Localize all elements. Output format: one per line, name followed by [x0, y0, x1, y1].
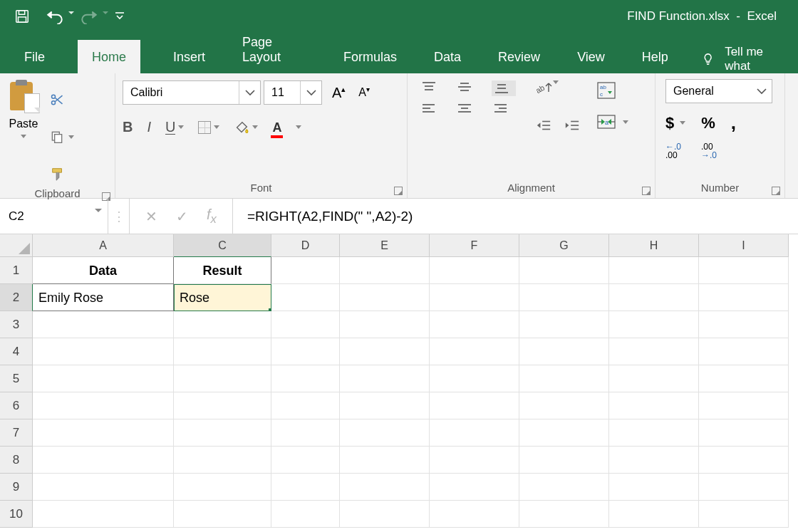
- cell-f5[interactable]: [430, 365, 519, 392]
- cell-d5[interactable]: [271, 365, 340, 392]
- borders-dropdown-icon[interactable]: [214, 125, 219, 129]
- formula-input[interactable]: =RIGHT(A2,FIND(" ",A2)-2): [233, 199, 798, 234]
- align-left-icon[interactable]: [420, 102, 445, 115]
- cell-c5[interactable]: [174, 365, 271, 392]
- copy-dropdown-icon[interactable]: [68, 135, 74, 139]
- align-right-icon[interactable]: [492, 102, 516, 115]
- increase-indent-icon[interactable]: [564, 119, 580, 132]
- bold-button[interactable]: B: [123, 119, 133, 135]
- cell-f8[interactable]: [430, 447, 519, 474]
- fill-color-button[interactable]: [234, 120, 258, 135]
- cell-f10[interactable]: [430, 501, 519, 528]
- cell-c7[interactable]: [174, 419, 271, 447]
- align-middle-icon[interactable]: [456, 80, 480, 96]
- comma-format-button[interactable]: ,: [731, 112, 736, 134]
- col-header-f[interactable]: F: [430, 234, 519, 257]
- orientation-button[interactable]: ab: [536, 80, 580, 108]
- font-launcher-icon[interactable]: [394, 187, 403, 195]
- cell-a9[interactable]: [33, 474, 174, 501]
- cell-c1[interactable]: Result: [174, 257, 271, 284]
- cell-c6[interactable]: [174, 392, 271, 419]
- cell-d4[interactable]: [271, 338, 340, 365]
- cell-d3[interactable]: [271, 311, 340, 338]
- alignment-launcher-icon[interactable]: [642, 187, 651, 195]
- cell-h4[interactable]: [609, 338, 699, 365]
- fill-handle[interactable]: [269, 308, 271, 311]
- cell-i3[interactable]: [699, 311, 789, 338]
- increase-decimal-icon[interactable]: ←.0.00: [665, 142, 681, 160]
- font-size-combo[interactable]: 11: [264, 80, 322, 105]
- cell-f6[interactable]: [430, 392, 519, 419]
- col-header-i[interactable]: I: [699, 234, 789, 257]
- cell-d10[interactable]: [271, 501, 340, 528]
- align-top-icon[interactable]: [420, 80, 445, 96]
- cell-d1[interactable]: [271, 257, 340, 284]
- cell-e3[interactable]: [340, 311, 430, 338]
- col-header-g[interactable]: G: [519, 234, 609, 257]
- italic-button[interactable]: I: [147, 119, 151, 135]
- cell-c10[interactable]: [174, 501, 271, 528]
- accounting-format-button[interactable]: $: [665, 114, 674, 132]
- name-box-dropdown-icon[interactable]: [95, 209, 102, 212]
- cell-a1[interactable]: Data: [33, 257, 174, 284]
- tell-me[interactable]: Tell me what: [701, 45, 784, 73]
- wrap-text-icon[interactable]: abc: [597, 82, 628, 99]
- cell-f9[interactable]: [430, 474, 519, 501]
- font-color-button[interactable]: A: [272, 119, 281, 135]
- align-bottom-icon[interactable]: [492, 80, 516, 96]
- cell-f2[interactable]: [430, 284, 519, 311]
- cell-d9[interactable]: [271, 474, 340, 501]
- cell-h10[interactable]: [609, 501, 699, 528]
- cell-e5[interactable]: [340, 365, 430, 392]
- cell-g9[interactable]: [519, 474, 609, 501]
- cell-c3[interactable]: [174, 311, 271, 338]
- select-all-button[interactable]: [0, 234, 33, 257]
- cell-a8[interactable]: [33, 447, 174, 474]
- font-color-dropdown-icon[interactable]: [296, 125, 301, 129]
- cell-i7[interactable]: [699, 419, 789, 447]
- tab-insert[interactable]: Insert: [169, 40, 209, 73]
- cell-i2[interactable]: [699, 284, 789, 311]
- cell-g1[interactable]: [519, 257, 609, 284]
- tab-help[interactable]: Help: [638, 40, 673, 73]
- decrease-font-icon[interactable]: A▾: [358, 85, 370, 99]
- borders-button[interactable]: [198, 121, 219, 134]
- customize-qat-icon[interactable]: [114, 11, 125, 22]
- cell-i1[interactable]: [699, 257, 789, 284]
- row-header-9[interactable]: 9: [0, 474, 33, 501]
- underline-dropdown-icon[interactable]: [178, 125, 184, 129]
- copy-button[interactable]: [50, 123, 74, 150]
- name-box[interactable]: C2: [0, 199, 108, 234]
- divider-handle[interactable]: ⋮: [108, 199, 130, 234]
- cell-g7[interactable]: [519, 419, 609, 447]
- cell-e1[interactable]: [340, 257, 430, 284]
- cell-g4[interactable]: [519, 338, 609, 365]
- orientation-dropdown-icon[interactable]: [553, 80, 559, 84]
- cell-d2[interactable]: [271, 284, 340, 311]
- tab-view[interactable]: View: [573, 40, 609, 73]
- tab-file[interactable]: File: [20, 40, 49, 73]
- increase-font-icon[interactable]: A▴: [332, 85, 346, 101]
- cell-e8[interactable]: [340, 447, 430, 474]
- cell-e7[interactable]: [340, 419, 430, 447]
- number-format-combo[interactable]: General: [665, 79, 772, 103]
- row-header-2[interactable]: 2: [0, 284, 33, 311]
- cancel-formula-icon[interactable]: ✕: [145, 208, 157, 225]
- cell-h5[interactable]: [609, 365, 699, 392]
- cell-a5[interactable]: [33, 365, 174, 392]
- row-header-8[interactable]: 8: [0, 447, 33, 474]
- underline-button[interactable]: U: [165, 120, 184, 135]
- save-icon[interactable]: [14, 9, 30, 24]
- cell-i9[interactable]: [699, 474, 789, 501]
- chevron-down-icon[interactable]: [300, 81, 321, 104]
- row-header-10[interactable]: 10: [0, 501, 33, 528]
- col-header-d[interactable]: D: [271, 234, 340, 257]
- cut-button[interactable]: [50, 86, 74, 113]
- tab-home[interactable]: Home: [78, 40, 140, 73]
- tab-page-layout[interactable]: Page Layout: [238, 25, 311, 73]
- cell-g6[interactable]: [519, 392, 609, 419]
- cell-e10[interactable]: [340, 501, 430, 528]
- merge-dropdown-icon[interactable]: [623, 120, 628, 124]
- cell-i5[interactable]: [699, 365, 789, 392]
- cell-f3[interactable]: [430, 311, 519, 338]
